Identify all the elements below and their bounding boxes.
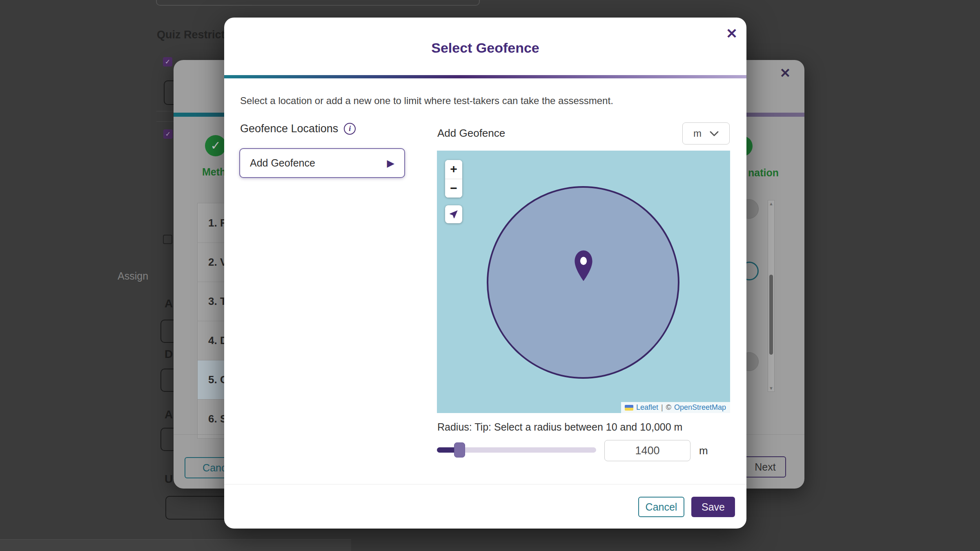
footer-divider — [224, 484, 746, 484]
cancel-button[interactable]: Cancel — [638, 497, 684, 517]
close-icon[interactable]: ✕ — [723, 25, 740, 42]
ukraine-flag-icon — [625, 405, 633, 411]
page-checkbox-unchecked[interactable] — [163, 235, 172, 244]
info-icon[interactable]: i — [344, 123, 356, 135]
chevron-right-icon: ▶ — [387, 158, 394, 169]
page-checkbox-checked[interactable]: ✓ — [163, 57, 172, 67]
close-icon[interactable]: ✕ — [777, 65, 793, 81]
radius-unit-label: m — [699, 444, 708, 457]
page-field-label: A — [165, 297, 173, 310]
unit-dropdown[interactable]: m — [682, 122, 730, 144]
accent-gradient-bar — [224, 75, 746, 78]
leaflet-link[interactable]: Leaflet — [636, 403, 658, 412]
add-geofence-button[interactable]: Add Geofence ▶ — [239, 148, 405, 178]
scrollbar[interactable]: ▲ ▼ — [768, 200, 775, 392]
step-complete-icon: ✓ — [205, 135, 226, 156]
radius-tip-label: Radius: Tip: Select a radius between 10 … — [437, 421, 682, 433]
modal-title: Select Geofence — [224, 40, 746, 56]
attribution-separator: | — [661, 403, 663, 412]
scrollbar-thumb[interactable] — [769, 275, 773, 355]
page-top-box-fragment — [156, 0, 480, 6]
save-button[interactable]: Save — [691, 497, 735, 517]
navigation-arrow-icon — [448, 209, 459, 220]
modal-description: Select a location or add a new one to li… — [240, 95, 613, 107]
step-label-method: Meth — [202, 166, 226, 178]
scroll-down-icon[interactable]: ▼ — [768, 386, 774, 391]
map-attribution: Leaflet | © OpenStreetMap — [621, 402, 730, 413]
zoom-in-button[interactable]: + — [445, 160, 462, 179]
steps-next-button[interactable]: Next — [744, 456, 786, 478]
leaflet-map[interactable]: + − Leaflet | © OpenStreetMap — [437, 151, 730, 413]
geofence-locations-row: Geofence Locations i — [240, 122, 356, 135]
page-field-label: U — [165, 473, 173, 486]
unit-dropdown-value: m — [693, 128, 702, 139]
select-geofence-modal: ✕ Select Geofence Select a location or a… — [224, 18, 746, 529]
page-field-label: A — [165, 408, 173, 421]
add-geofence-heading: Add Geofence — [437, 127, 505, 140]
radius-value-input[interactable] — [604, 440, 690, 461]
assign-label: Assign — [118, 270, 148, 282]
radius-slider[interactable] — [437, 447, 596, 453]
page-section-edge — [0, 539, 351, 551]
screen: Quiz Restriction ✓ ✓ Assign A D A U ✕ ✓ … — [0, 0, 980, 551]
openstreetmap-link[interactable]: OpenStreetMap — [674, 403, 726, 412]
add-geofence-button-label: Add Geofence — [250, 157, 315, 169]
map-zoom-control: + − — [445, 160, 462, 198]
page-checkbox-checked[interactable]: ✓ — [163, 129, 173, 139]
radius-slider-handle[interactable] — [454, 442, 465, 458]
chevron-down-icon — [710, 131, 719, 136]
copyright-symbol: © — [666, 403, 671, 412]
map-pin-marker[interactable] — [569, 248, 598, 284]
page-field-label: D — [165, 348, 173, 361]
scroll-up-icon[interactable]: ▲ — [768, 201, 774, 206]
step-label-nation: nation — [748, 167, 779, 179]
zoom-out-button[interactable]: − — [445, 179, 462, 198]
geofence-locations-label: Geofence Locations — [240, 122, 338, 135]
locate-me-button[interactable] — [445, 205, 462, 223]
